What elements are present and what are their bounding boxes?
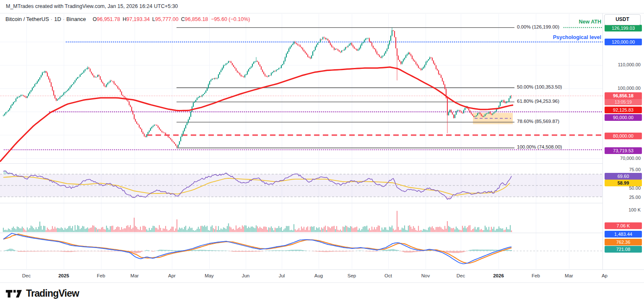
tradingview-logo[interactable]: TradingView [5,288,79,299]
symbol-name[interactable]: Bitcoin / TetherUS [5,16,49,22]
oscillator-panel [0,233,602,264]
psychological-level-annotation: Psychological level [517,34,601,40]
ohlc-value: 97,193.34 [126,16,150,22]
change-readout: −95.60 (−0.10%) [211,16,250,22]
ohlc-value: 95,777.00 [155,16,179,22]
price-axis-label: 69.60 [605,173,642,180]
price-axis-label: 96,856.1813:05:19 [605,92,642,105]
price-axis-label: 80,000.00 [605,133,642,139]
time-axis-label: Oct [379,273,397,278]
price-axis-label: 70,000.00 [620,156,641,161]
tradingview-logo-icon [5,288,22,299]
footer: TradingView [0,282,644,308]
time-axis-label: Nov [416,273,435,278]
price-axis-label: 1,483.44 [605,231,642,238]
tradingview-logo-text: TradingView [26,288,79,299]
time-axis[interactable]: Dec2025FebMarAprMayJunJulAugSepOctNovDec… [0,269,644,283]
price-axis-label: 100,000.00 [618,86,641,91]
ma-line[interactable] [0,67,513,162]
price-axis-label: 73,719.53 [605,147,642,154]
time-axis-label: Ap [595,273,614,278]
currency-toggle-button[interactable]: USDT [604,14,641,25]
time-axis-label: Sep [343,273,361,278]
time-axis-label: 2026 [489,273,508,278]
fib-level-label: 0.00% (126,199.00) [517,24,559,29]
volume-panel [3,211,512,232]
fib-level-label: 50.00% (100,353.50) [517,84,562,89]
price-axis-label: 110,000.00 [618,62,641,67]
fib-level-label: 61.80% (94,253.96) [517,99,559,104]
osc-main-line[interactable] [3,233,512,264]
price-axis-label: 92,125.83 [605,107,642,113]
symbol-header: Bitcoin / TetherUS·1D·BinanceO96,951.78H… [5,16,250,22]
time-axis-label: Dec [452,273,470,278]
fib-retracement-lines[interactable] [177,28,514,148]
attribution-bar: M_MTrades created with TradingView.com, … [0,0,644,13]
ohlc-readout: O96,951.78H97,193.34L95,777.00C96,856.18 [90,16,208,22]
time-axis-label: Dec [17,273,36,278]
ohlc-value: 96,856.18 [185,16,208,22]
ohlc-key: L [152,16,155,22]
price-axis-label: 90,000.00 [605,114,642,121]
price-axis-label: 75.00 [629,167,641,172]
price-axis[interactable]: 126,199.03120,000.00110,000.00100,000.00… [602,13,644,282]
countdown-timer: 13:05:19 [605,99,642,105]
price-axis-label: 762.36 [605,239,642,245]
time-axis-label: Jul [273,273,291,278]
price-axis-label: 721.08 [605,246,642,253]
ohlc-key: C [181,16,185,22]
time-axis-label: Jun [236,273,255,278]
price-axis-label: 50.00 [629,185,641,191]
chart-plot-area[interactable] [0,13,602,269]
fib-level-label: 100.00% (74,508.00) [517,144,562,149]
time-axis-label: May [200,273,218,278]
time-axis-label: Feb [527,273,545,278]
supply-demand-zone[interactable] [473,113,513,124]
fib-level-label: 78.60% (85,569.87) [517,119,559,124]
rsi-panel [0,171,602,199]
price-axis-label: 100 K [628,207,641,212]
exchange: Binance [66,16,86,22]
price-axis-label: 120,000.00 [605,39,642,45]
new-ath-annotation: New ATH [517,19,601,25]
time-axis-label: Mar [125,273,144,278]
ohlc-key: O [93,16,97,22]
time-axis-label: Mar [560,273,578,278]
price-axis-label: 126,199.03 [605,25,642,31]
price-axis-label: 25.00 [629,195,641,200]
time-axis-label: Apr [163,273,181,278]
tradingview-snapshot: M_MTrades created with TradingView.com, … [0,0,644,308]
time-axis-label: Aug [309,273,328,278]
interval[interactable]: 1D [54,16,61,22]
time-axis-label: Feb [92,273,110,278]
time-axis-label: 2025 [55,273,73,278]
ohlc-value: 96,951.78 [97,16,120,22]
attribution-text: M_MTrades created with TradingView.com, … [6,3,178,9]
price-axis-label: 7.06 K [605,222,642,229]
